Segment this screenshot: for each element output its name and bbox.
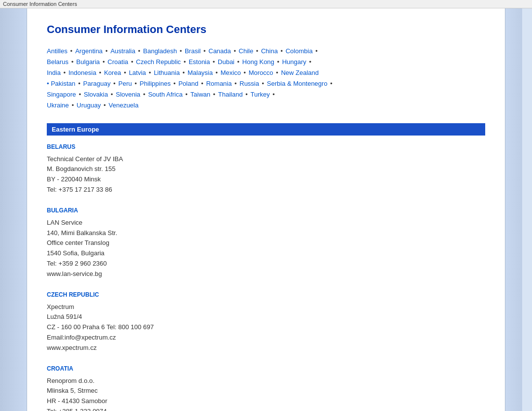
country-block: BULGARIALAN Service 140, Mimi Balkanska … [47, 207, 485, 279]
country-name: CZECH REPUBLIC [47, 291, 485, 298]
link-mexico[interactable]: Mexico [221, 69, 241, 76]
link-peru[interactable]: Peru [118, 80, 132, 87]
link-venezuela[interactable]: Venezuela [109, 102, 139, 109]
link-poland[interactable]: Poland [178, 80, 198, 87]
link-thailand[interactable]: Thailand [218, 91, 243, 98]
country-details: Xpectrum Lužná 591/4 CZ - 160 00 Praha 6… [47, 302, 485, 353]
country-details: Renoprom d.o.o. Mlinska 5, Strmec HR - 4… [47, 376, 485, 411]
link-slovenia[interactable]: Slovenia [116, 91, 140, 98]
country-block: CZECH REPUBLICXpectrum Lužná 591/4 CZ - … [47, 291, 485, 353]
countries-container: BELARUSTechnical Center of JV IBA M. Bog… [47, 143, 485, 411]
main-layout: Consumer Information Centers Antilles • … [0, 8, 532, 411]
country-block: CROATIARenoprom d.o.o. Mlinska 5, Strmec… [47, 365, 485, 411]
country-name: CROATIA [47, 365, 485, 372]
link-pakistan[interactable]: Pakistan [51, 80, 75, 87]
link-paraguay[interactable]: Paraguay [83, 80, 111, 87]
link-south-africa[interactable]: South Africa [148, 91, 183, 98]
link-hungary[interactable]: Hungary [282, 58, 306, 66]
links-section: Antilles • Argentina • Australia • Bangl… [47, 46, 485, 111]
link-new-zealand[interactable]: New Zealand [281, 69, 319, 76]
link-romania[interactable]: Romania [206, 80, 232, 87]
link-singapore[interactable]: Singapore [47, 91, 76, 98]
link-morocco[interactable]: Morocco [249, 69, 273, 76]
link-turkey[interactable]: Turkey [250, 91, 269, 98]
link-india[interactable]: India [47, 69, 61, 76]
link-philippines[interactable]: Philippines [140, 80, 171, 87]
link-russia[interactable]: Russia [239, 80, 259, 87]
sidebar-right-inner [522, 8, 532, 411]
country-details: LAN Service 140, Mimi Balkanska Str. Off… [47, 218, 485, 279]
link-china[interactable]: China [261, 47, 278, 55]
top-bar-title: Consumer Information Centers [3, 1, 77, 7]
link-slovakia[interactable]: Slovakia [84, 91, 108, 98]
link-lithuania[interactable]: Lithuania [154, 69, 180, 76]
link-croatia[interactable]: Croatia [107, 58, 128, 66]
link-hong-kong[interactable]: Hong Kong [242, 58, 274, 66]
sidebar-left [0, 8, 27, 411]
sidebar-right [505, 8, 532, 411]
section-header: Eastern Europe [47, 123, 485, 136]
link-brasil[interactable]: Brasil [185, 47, 201, 55]
link-taiwan[interactable]: Taiwan [191, 91, 210, 98]
country-details: Technical Center of JV IBA M. Bogdanovic… [47, 154, 485, 195]
link-colombia[interactable]: Colombia [286, 47, 313, 55]
link-bulgaria[interactable]: Bulgaria [76, 58, 100, 66]
link-malaysia[interactable]: Malaysia [188, 69, 213, 76]
link-czech-republic[interactable]: Czech Republic [136, 58, 181, 66]
page-title: Consumer Information Centers [47, 23, 485, 36]
country-block: BELARUSTechnical Center of JV IBA M. Bog… [47, 143, 485, 195]
link-canada[interactable]: Canada [208, 47, 231, 55]
link-dubai[interactable]: Dubai [218, 58, 234, 66]
content-area: Consumer Information Centers Antilles • … [27, 8, 505, 411]
link-uruguay[interactable]: Uruguay [77, 102, 101, 109]
link-ukraine[interactable]: Ukraine [47, 102, 69, 109]
link-chile[interactable]: Chile [239, 47, 254, 55]
link-indonesia[interactable]: Indonesia [68, 69, 96, 76]
country-name: BELARUS [47, 143, 485, 150]
link-antilles[interactable]: Antilles [47, 47, 67, 55]
country-name: BULGARIA [47, 207, 485, 214]
link-belarus[interactable]: Belarus [47, 58, 68, 66]
link-estonia[interactable]: Estonia [189, 58, 210, 66]
link-serbia[interactable]: Serbia & Montenegro [267, 80, 328, 87]
link-bangladesh[interactable]: Bangladesh [143, 47, 177, 55]
top-bar: Consumer Information Centers [0, 0, 532, 8]
link-korea[interactable]: Korea [104, 69, 121, 76]
link-australia[interactable]: Australia [110, 47, 135, 55]
link-latvia[interactable]: Latvia [129, 69, 146, 76]
link-argentina[interactable]: Argentina [75, 47, 103, 55]
